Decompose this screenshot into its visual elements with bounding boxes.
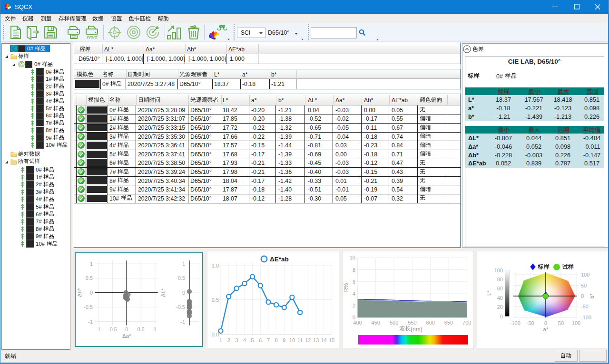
- svg-text:Word: Word: [87, 34, 98, 39]
- svg-text:100: 100: [572, 320, 580, 326]
- svg-text:400: 400: [353, 320, 362, 326]
- svg-text:R%: R%: [343, 283, 349, 292]
- svg-text:L*: L*: [486, 290, 492, 296]
- svg-text:2: 2: [227, 337, 230, 343]
- svg-text:2: 2: [353, 303, 355, 308]
- svg-text:0: 0: [182, 290, 185, 296]
- svg-text:10: 10: [350, 255, 355, 260]
- svg-text:-0.5: -0.5: [176, 304, 185, 310]
- svg-text:-1: -1: [180, 319, 185, 325]
- svg-text:-100: -100: [510, 320, 521, 326]
- svg-text:1: 1: [154, 326, 157, 332]
- svg-text:20: 20: [497, 304, 503, 310]
- svg-text:8: 8: [275, 337, 278, 343]
- svg-text:12: 12: [305, 337, 311, 343]
- svg-text:0.5: 0.5: [86, 275, 93, 281]
- svg-text:0: 0: [90, 290, 93, 296]
- svg-text:11: 11: [297, 337, 303, 343]
- svg-text:1.0: 1.0: [212, 263, 219, 268]
- svg-text:9: 9: [283, 337, 285, 343]
- svg-text:0: 0: [500, 314, 503, 319]
- svg-text:600: 600: [426, 320, 435, 326]
- svg-text:Δb*: Δb*: [77, 288, 82, 297]
- svg-text:0: 0: [125, 326, 128, 332]
- svg-text:0.5: 0.5: [212, 297, 219, 303]
- svg-text:8: 8: [353, 267, 355, 273]
- svg-text:5: 5: [251, 337, 254, 343]
- svg-text:14: 14: [321, 337, 326, 343]
- svg-text:Δa*: Δa*: [122, 333, 131, 339]
- svg-text:650: 650: [444, 320, 453, 326]
- svg-text:3: 3: [235, 337, 238, 343]
- svg-text:500: 500: [390, 320, 398, 326]
- svg-text:a*: a*: [543, 326, 549, 332]
- svg-text:6: 6: [353, 279, 355, 285]
- svg-text:6: 6: [259, 337, 262, 343]
- svg-text:0.5: 0.5: [137, 326, 144, 332]
- svg-text:ΔE*ab: ΔE*ab: [270, 256, 289, 263]
- svg-text:-0.5: -0.5: [108, 326, 117, 332]
- svg-text:0.0: 0.0: [212, 332, 219, 337]
- svg-text:b*: b*: [589, 293, 595, 298]
- svg-text:ΔL*: ΔL*: [160, 288, 166, 297]
- svg-text:0: 0: [581, 293, 584, 299]
- svg-text:50: 50: [558, 320, 564, 326]
- svg-text:7: 7: [267, 337, 270, 343]
- svg-text:4: 4: [353, 291, 355, 297]
- svg-text:550: 550: [408, 320, 416, 326]
- svg-text:-50: -50: [581, 304, 589, 309]
- svg-text:450: 450: [372, 320, 380, 326]
- svg-text:60: 60: [497, 286, 503, 291]
- svg-text:-50: -50: [527, 320, 534, 326]
- svg-text:40: 40: [497, 295, 503, 301]
- svg-text:1: 1: [90, 261, 93, 267]
- svg-text:80: 80: [497, 277, 503, 282]
- svg-text:0.5: 0.5: [178, 275, 185, 281]
- svg-text:1: 1: [182, 261, 185, 267]
- svg-text:50: 50: [581, 283, 587, 288]
- svg-text:100: 100: [581, 272, 589, 278]
- svg-text:13: 13: [313, 337, 319, 343]
- svg-text:0: 0: [544, 320, 547, 326]
- svg-text:1: 1: [219, 337, 222, 343]
- svg-text:100: 100: [494, 268, 503, 273]
- svg-text:-0.5: -0.5: [84, 304, 93, 310]
- svg-text:-100: -100: [581, 315, 591, 320]
- svg-text:10: 10: [289, 337, 295, 343]
- svg-text:4: 4: [243, 337, 246, 343]
- svg-text:700: 700: [462, 320, 471, 326]
- svg-text:15: 15: [329, 337, 334, 343]
- svg-text:-1: -1: [96, 326, 101, 332]
- svg-text:-1: -1: [88, 319, 93, 325]
